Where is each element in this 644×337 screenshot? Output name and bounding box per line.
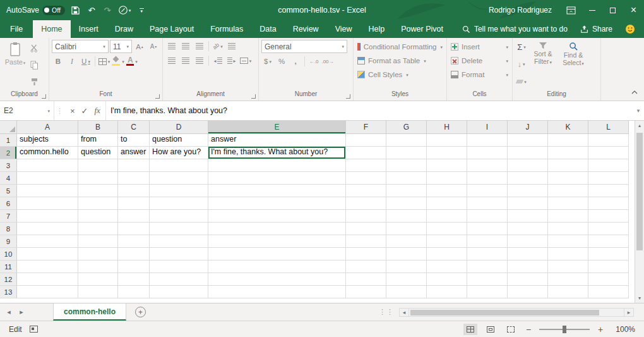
- column-header-L[interactable]: L: [588, 121, 629, 134]
- cell-A12[interactable]: [17, 273, 78, 286]
- next-sheet-button[interactable]: ▸: [16, 308, 27, 316]
- cell-I2[interactable]: [467, 147, 508, 159]
- cell-G9[interactable]: [386, 235, 427, 248]
- cell-D7[interactable]: [150, 210, 208, 223]
- cell-L3[interactable]: [588, 159, 629, 172]
- comma-style-button[interactable]: ,: [289, 55, 302, 68]
- find-select-button[interactable]: Find & Select▾: [558, 40, 588, 90]
- cell-I1[interactable]: [467, 134, 508, 147]
- cell-E1[interactable]: answer: [208, 134, 346, 147]
- cell-F13[interactable]: [346, 286, 386, 298]
- cell-G2[interactable]: [386, 147, 427, 159]
- expand-formula-bar-button[interactable]: ▾: [633, 101, 644, 120]
- cell-I8[interactable]: [467, 223, 508, 235]
- cell-I7[interactable]: [467, 210, 508, 223]
- cell-H6[interactable]: [427, 197, 467, 210]
- tab-draw[interactable]: Draw: [107, 20, 141, 38]
- cell-B6[interactable]: [78, 197, 118, 210]
- percent-style-button[interactable]: %: [275, 55, 288, 68]
- cell-F11[interactable]: [346, 260, 386, 273]
- cell-G6[interactable]: [386, 197, 427, 210]
- row-header-3[interactable]: 3: [0, 159, 17, 172]
- row-header-9[interactable]: 9: [0, 235, 17, 248]
- maximize-button[interactable]: [602, 0, 623, 20]
- cell-G12[interactable]: [386, 273, 427, 286]
- alignment-dialog-launcher[interactable]: [251, 94, 256, 99]
- bottom-align-button[interactable]: [193, 40, 206, 52]
- cell-H10[interactable]: [427, 248, 467, 260]
- row-header-8[interactable]: 8: [0, 223, 17, 235]
- wrap-text-button[interactable]: [225, 40, 238, 52]
- cell-A10[interactable]: [17, 248, 78, 260]
- normal-view-button[interactable]: [463, 324, 477, 335]
- cell-E9[interactable]: [208, 235, 346, 248]
- cell-J13[interactable]: [508, 286, 548, 298]
- cell-F3[interactable]: [346, 159, 386, 172]
- cell-I10[interactable]: [467, 248, 508, 260]
- cell-L12[interactable]: [588, 273, 629, 286]
- cell-B8[interactable]: [78, 223, 118, 235]
- cell-A3[interactable]: [17, 159, 78, 172]
- cell-K1[interactable]: [548, 134, 588, 147]
- select-all-button[interactable]: [0, 121, 17, 134]
- row-header-13[interactable]: 13: [0, 286, 17, 298]
- delete-cells-button[interactable]: Delete▾: [450, 54, 510, 68]
- tab-file[interactable]: File: [0, 20, 33, 38]
- cell-F6[interactable]: [346, 197, 386, 210]
- zoom-slider[interactable]: [539, 329, 590, 330]
- align-left-button[interactable]: [165, 54, 178, 67]
- cell-A7[interactable]: [17, 210, 78, 223]
- cell-C7[interactable]: [118, 210, 150, 223]
- cell-F5[interactable]: [346, 185, 386, 197]
- cell-D11[interactable]: [150, 260, 208, 273]
- cell-F10[interactable]: [346, 248, 386, 260]
- cell-C13[interactable]: [118, 286, 150, 298]
- cell-E7[interactable]: [208, 210, 346, 223]
- scroll-right-icon[interactable]: ▸: [624, 308, 634, 317]
- cell-H3[interactable]: [427, 159, 467, 172]
- scroll-down-icon[interactable]: ▾: [638, 293, 641, 303]
- redo-button[interactable]: ↷: [102, 3, 112, 17]
- column-header-I[interactable]: I: [467, 121, 508, 134]
- cell-E8[interactable]: [208, 223, 346, 235]
- cell-K7[interactable]: [548, 210, 588, 223]
- cell-H9[interactable]: [427, 235, 467, 248]
- vertical-scroll-thumb[interactable]: [636, 133, 643, 250]
- cell-C10[interactable]: [118, 248, 150, 260]
- cell-F4[interactable]: [346, 172, 386, 185]
- cell-K12[interactable]: [548, 273, 588, 286]
- cell-F7[interactable]: [346, 210, 386, 223]
- tab-help[interactable]: Help: [361, 20, 393, 38]
- cell-F1[interactable]: [346, 134, 386, 147]
- cell-D4[interactable]: [150, 172, 208, 185]
- row-header-10[interactable]: 10: [0, 248, 17, 260]
- cell-J2[interactable]: [508, 147, 548, 159]
- cell-G5[interactable]: [386, 185, 427, 197]
- share-button[interactable]: Share: [580, 25, 612, 34]
- fill-color-button[interactable]: ▾: [112, 55, 124, 68]
- font-color-button[interactable]: A▾: [126, 55, 138, 68]
- format-as-table-button[interactable]: Format as Table▾: [356, 54, 444, 68]
- previous-sheet-button[interactable]: ◂: [4, 308, 14, 316]
- zoom-level[interactable]: 100%: [611, 325, 635, 334]
- tab-review[interactable]: Review: [285, 20, 327, 38]
- cell-C8[interactable]: [118, 223, 150, 235]
- cell-H2[interactable]: [427, 147, 467, 159]
- cell-B13[interactable]: [78, 286, 118, 298]
- cell-A1[interactable]: subjects: [17, 134, 78, 147]
- decrease-decimal-button[interactable]: .00→: [321, 55, 334, 68]
- column-header-J[interactable]: J: [508, 121, 548, 134]
- cell-G11[interactable]: [386, 260, 427, 273]
- cell-D8[interactable]: [150, 223, 208, 235]
- cell-J3[interactable]: [508, 159, 548, 172]
- autosum-button[interactable]: Σ▾: [515, 40, 528, 53]
- row-header-7[interactable]: 7: [0, 210, 17, 223]
- accounting-format-button[interactable]: $▾: [261, 55, 274, 68]
- copy-button[interactable]: [28, 59, 40, 71]
- align-center-button[interactable]: [179, 54, 192, 67]
- ribbon-display-options-button[interactable]: [561, 0, 581, 20]
- bold-button[interactable]: B: [52, 55, 64, 68]
- column-header-C[interactable]: C: [118, 121, 150, 134]
- column-header-A[interactable]: A: [17, 121, 78, 134]
- cell-L2[interactable]: [588, 147, 629, 159]
